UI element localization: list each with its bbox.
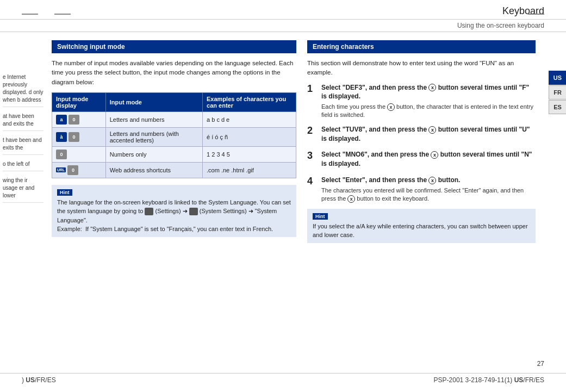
mode-examples: é í ó ç ñ xyxy=(203,127,296,146)
step-desc-1: Each time you press the x button, the ch… xyxy=(321,103,536,120)
x-button-icon-2: x xyxy=(387,103,395,111)
sidebar-block-3: t have been and exits the xyxy=(3,136,43,155)
page-header: Keyboard xyxy=(0,0,566,20)
right-column: Entering characters This section will de… xyxy=(307,40,536,247)
lang-tabs: US FR ES xyxy=(549,71,566,115)
sidebar-block-5: wing the ir usage er and lower xyxy=(3,177,43,203)
page-footer: ) US/FR/ES PSP-2001 3-218-749-11(1) US/F… xyxy=(0,373,566,387)
step-title-2: Select "TUV8", and then press the x butt… xyxy=(321,125,536,144)
hint-label-2: Hint xyxy=(313,213,328,220)
hint-text-2: If you select the a/A key while entering… xyxy=(313,222,530,240)
mode-label: Letters and numbers xyxy=(105,111,202,127)
input-mode-table: Input mode display Input mode Examples o… xyxy=(52,92,296,178)
switching-hint-box: Hint The language for the on-screen keyb… xyxy=(52,185,296,237)
switching-heading: Switching input mode xyxy=(52,40,296,53)
step-content-3: Select "MNO6", and then press the x butt… xyxy=(321,150,536,170)
mode-examples: .com .ne .html .gif xyxy=(203,162,296,178)
switching-intro: The number of input modes available vari… xyxy=(52,59,296,87)
entering-hint-box: Hint If you select the a/A key while ent… xyxy=(307,209,536,243)
step-content-1: Select "DEF3", and then press the x butt… xyxy=(321,83,536,120)
step-number-4: 4 xyxy=(307,176,317,203)
left-column: Switching input mode The number of input… xyxy=(52,40,296,247)
lang-tab-us[interactable]: US xyxy=(549,71,566,85)
mode-examples: a b c d e xyxy=(203,111,296,127)
mode-label: Web address shortcuts xyxy=(105,162,202,178)
sidebar-block-4: o the left of xyxy=(3,160,43,171)
footer-right: PSP-2001 3-218-749-11(1) US/FR/ES xyxy=(434,376,544,384)
page-number: 27 xyxy=(537,360,544,368)
lang-tab-fr[interactable]: FR xyxy=(549,85,566,99)
entering-intro: This section will demonstrate how to ent… xyxy=(307,59,536,78)
url-icon-2: 0 xyxy=(67,165,78,175)
step-1: 1 Select "DEF3", and then press the x bu… xyxy=(307,83,536,120)
lang-tab-es[interactable]: ES xyxy=(549,100,566,114)
table-row: à 0 Letters and numbers (with accented l… xyxy=(52,127,296,146)
mode-examples: 1 2 3 4 5 xyxy=(203,146,296,162)
top-line-right xyxy=(528,14,544,15)
step-title-4: Select "Enter", and then press the x but… xyxy=(321,176,536,185)
table-header-display: Input mode display xyxy=(52,92,106,111)
x-button-icon-4: x xyxy=(431,151,438,159)
step-title-1: Select "DEF3", and then press the x butt… xyxy=(321,83,536,102)
table-row: URL 0 Web address shortcuts .com .ne .ht… xyxy=(52,162,296,178)
step-desc-4: The characters you entered will be confi… xyxy=(321,186,536,203)
numbers-icon: 0 xyxy=(56,150,67,159)
accented-icon: à xyxy=(56,132,67,142)
mode-icon-cell: 0 xyxy=(52,146,106,162)
section-title: Using the on-screen keyboard xyxy=(457,22,544,29)
step-number-2: 2 xyxy=(307,125,317,145)
mode-icon-cell: URL 0 xyxy=(52,162,106,178)
hint-text: The language for the on-screen keyboard … xyxy=(57,198,291,234)
x-button-icon-6: x xyxy=(347,195,355,203)
x-button-icon-3: x xyxy=(428,126,436,134)
sidebar-block-2: at have been and exits the xyxy=(3,113,43,131)
step-number-3: 3 xyxy=(307,150,317,170)
x-button-icon: x xyxy=(428,84,436,91)
entering-heading: Entering characters xyxy=(307,40,536,53)
step-2: 2 Select "TUV8", and then press the x bu… xyxy=(307,125,536,145)
mode-icon-cell: a 0 xyxy=(52,111,106,127)
accented-icon-2: 0 xyxy=(69,132,79,142)
hint-label: Hint xyxy=(57,189,72,196)
step-3: 3 Select "MNO6", and then press the x bu… xyxy=(307,150,536,170)
step-content-2: Select "TUV8", and then press the x butt… xyxy=(321,125,536,145)
step-number-1: 1 xyxy=(307,83,317,120)
table-row: 0 Numbers only 1 2 3 4 5 xyxy=(52,146,296,162)
mode-label: Letters and numbers (with accented lette… xyxy=(105,127,202,146)
x-button-icon-5: x xyxy=(428,177,436,184)
table-row: a 0 Letters and numbers a b c d e xyxy=(52,111,296,127)
page-wrapper: Keyboard Using the on-screen keyboard US… xyxy=(0,0,566,392)
step-title-3: Select "MNO6", and then press the x butt… xyxy=(321,150,536,169)
main-content: Switching input mode The number of input… xyxy=(0,32,566,256)
top-decorative-lines xyxy=(22,14,71,15)
table-header-mode: Input mode xyxy=(105,92,202,111)
step-4: 4 Select "Enter", and then press the x b… xyxy=(307,176,536,203)
letters-icon-2: 0 xyxy=(69,115,79,125)
mode-icon-cell: à 0 xyxy=(52,127,106,146)
left-sidebar: e Internet previously displayed. d only … xyxy=(0,71,46,211)
section-header: Using the on-screen keyboard xyxy=(0,20,566,32)
mode-label: Numbers only xyxy=(105,146,202,162)
table-header-examples: Examples of characters you can enter xyxy=(203,92,296,111)
letters-icon: a xyxy=(56,115,67,125)
step-content-4: Select "Enter", and then press the x but… xyxy=(321,176,536,203)
url-icon: URL xyxy=(56,167,66,172)
page-title: Keyboard xyxy=(502,5,544,17)
footer-left: ) US/FR/ES xyxy=(22,376,56,384)
sidebar-block-1: e Internet previously displayed. d only … xyxy=(3,73,43,107)
